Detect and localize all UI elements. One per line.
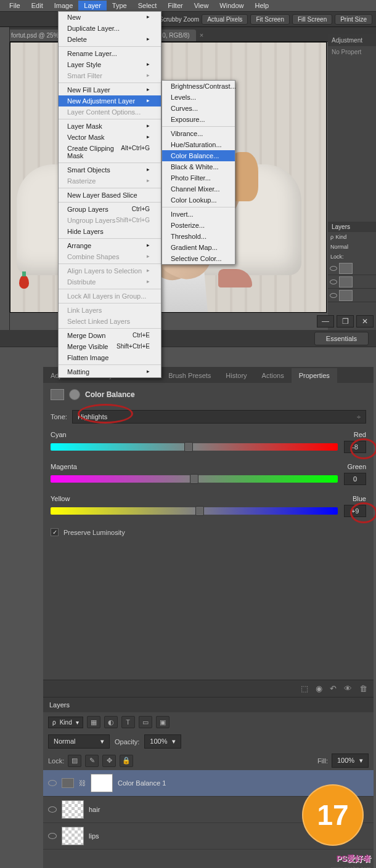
tools-panel[interactable]: [0, 27, 10, 330]
menu-item[interactable]: Vector Mask: [59, 132, 161, 143]
layers-panel-title[interactable]: Layers: [43, 697, 374, 712]
submenu-item[interactable]: Color Lookup...: [162, 195, 235, 206]
filter-smart-icon[interactable]: ▣: [156, 716, 170, 728]
layer-mask-icon[interactable]: [69, 389, 80, 400]
submenu-item[interactable]: Channel Mixer...: [162, 183, 235, 195]
menu-view[interactable]: View: [189, 1, 215, 10]
menu-item[interactable]: Hide Layers: [59, 226, 161, 237]
minimize-button[interactable]: —: [317, 315, 334, 328]
menu-item[interactable]: Layer Mask: [59, 121, 161, 132]
submenu-item[interactable]: Photo Filter...: [162, 172, 235, 183]
menu-item[interactable]: Arrange: [59, 240, 161, 251]
layer-thumbnail[interactable]: [62, 827, 84, 845]
menu-item[interactable]: Delete: [59, 34, 161, 45]
slider-value[interactable]: 0: [344, 473, 366, 485]
menu-item[interactable]: Matting: [59, 366, 161, 377]
menu-type[interactable]: Type: [107, 1, 133, 10]
close-button[interactable]: ✕: [356, 315, 374, 328]
slider-handle[interactable]: [184, 442, 193, 452]
visibility-toggle[interactable]: [48, 780, 57, 786]
slider-handle[interactable]: [195, 506, 204, 516]
adjustment-layer-submenu[interactable]: Brightness/Contrast...Levels...Curves...…: [161, 80, 235, 265]
menu-file[interactable]: File: [4, 1, 26, 10]
layer-name[interactable]: Color Balance 1: [118, 779, 166, 787]
menu-item[interactable]: Merge DownCtrl+E: [59, 330, 161, 341]
tab-brush-presets[interactable]: Brush Presets: [161, 368, 218, 383]
fill-input[interactable]: 100%▾: [332, 753, 369, 768]
menu-item[interactable]: New: [59, 12, 161, 23]
fill-screen-button[interactable]: Fill Screen: [292, 14, 332, 25]
layer-menu[interactable]: NewDuplicate Layer...DeleteRename Layer.…: [58, 11, 161, 378]
opacity-input[interactable]: 100%▾: [144, 734, 181, 749]
tone-label: Tone:: [51, 413, 67, 420]
menu-item[interactable]: Duplicate Layer...: [59, 23, 161, 34]
submenu-item[interactable]: Black & White...: [162, 161, 235, 172]
fit-screen-button[interactable]: Fit Screen: [250, 14, 290, 25]
mask-thumbnail[interactable]: [91, 774, 113, 792]
menu-item[interactable]: New Fill Layer: [59, 84, 161, 95]
blend-mode-select[interactable]: Normal▾: [48, 734, 110, 749]
visibility-toggle[interactable]: [48, 833, 57, 839]
menu-select[interactable]: Select: [133, 1, 163, 10]
workspace-essentials-button[interactable]: Essentials: [314, 332, 369, 345]
lock-all-icon[interactable]: 🔒: [120, 755, 133, 767]
menu-item[interactable]: Merge VisibleShift+Ctrl+E: [59, 341, 161, 352]
actual-pixels-button[interactable]: Actual Pixels: [202, 14, 248, 25]
preserve-luminosity-checkbox[interactable]: ✓: [51, 528, 59, 536]
slider-track[interactable]: [51, 507, 338, 515]
menu-edit[interactable]: Edit: [26, 1, 49, 10]
print-size-button[interactable]: Print Size: [335, 14, 372, 25]
trash-icon[interactable]: 🗑: [359, 684, 367, 693]
menu-item[interactable]: Flatten Image: [59, 352, 161, 363]
menu-image[interactable]: Image: [49, 1, 79, 10]
menu-item[interactable]: Create Clipping MaskAlt+Ctrl+G: [59, 143, 161, 161]
filter-adjustment-icon[interactable]: ◐: [104, 716, 118, 728]
menu-item[interactable]: Layer Style: [59, 59, 161, 70]
submenu-item[interactable]: Hue/Saturation...: [162, 139, 235, 150]
slider-track[interactable]: [51, 475, 338, 483]
submenu-item[interactable]: Gradient Map...: [162, 242, 235, 253]
lock-transparent-icon[interactable]: ▨: [68, 755, 81, 767]
filter-type-icon[interactable]: T: [121, 716, 135, 728]
submenu-item[interactable]: Vibrance...: [162, 128, 235, 139]
submenu-item[interactable]: Exposure...: [162, 114, 235, 125]
clip-icon[interactable]: ⬚: [301, 684, 308, 693]
slider-track[interactable]: [51, 443, 338, 451]
reset-icon[interactable]: ↶: [330, 684, 337, 693]
tab-properties[interactable]: Properties: [292, 368, 337, 383]
adjustments-panel-title[interactable]: Adjustment: [328, 34, 376, 46]
menu-filter[interactable]: Filter: [162, 1, 188, 10]
layer-filter-kind[interactable]: ρKind▾: [48, 717, 83, 728]
lock-position-icon[interactable]: ✥: [102, 755, 116, 767]
menu-item[interactable]: Group LayersCtrl+G: [59, 204, 161, 215]
submenu-item[interactable]: Levels...: [162, 92, 235, 103]
slider-handle[interactable]: [190, 474, 198, 484]
eye-icon[interactable]: 👁: [344, 684, 352, 693]
menu-window[interactable]: Window: [214, 1, 249, 10]
menu-item[interactable]: Smart Objects: [59, 164, 161, 175]
view-previous-icon[interactable]: ◉: [316, 684, 322, 693]
maximize-button[interactable]: ❐: [337, 315, 354, 328]
layer-name[interactable]: hair: [89, 806, 100, 813]
submenu-item[interactable]: Brightness/Contrast...: [162, 81, 235, 92]
layers-panel-title-mini[interactable]: Layers: [328, 222, 376, 232]
submenu-item[interactable]: Selective Color...: [162, 253, 235, 264]
filter-shape-icon[interactable]: ▭: [139, 716, 152, 728]
submenu-item[interactable]: Threshold...: [162, 231, 235, 242]
tab-actions[interactable]: Actions: [255, 368, 292, 383]
menu-item[interactable]: New Layer Based Slice: [59, 190, 161, 201]
tab-history[interactable]: History: [218, 368, 254, 383]
submenu-item[interactable]: Curves...: [162, 103, 235, 114]
submenu-item[interactable]: Invert...: [162, 209, 235, 220]
submenu-item[interactable]: Color Balance...: [162, 150, 235, 161]
menu-help[interactable]: Help: [249, 1, 274, 10]
lock-image-icon[interactable]: ✎: [85, 755, 99, 767]
menu-layer[interactable]: Layer: [78, 1, 107, 10]
filter-pixel-icon[interactable]: ▦: [87, 716, 100, 728]
menu-item[interactable]: Rename Layer...: [59, 48, 161, 59]
layer-name[interactable]: lips: [89, 832, 99, 840]
visibility-toggle[interactable]: [48, 806, 57, 813]
submenu-item[interactable]: Posterize...: [162, 220, 235, 231]
layer-thumbnail[interactable]: [62, 800, 84, 819]
menu-item[interactable]: New Adjustment Layer: [59, 95, 161, 106]
